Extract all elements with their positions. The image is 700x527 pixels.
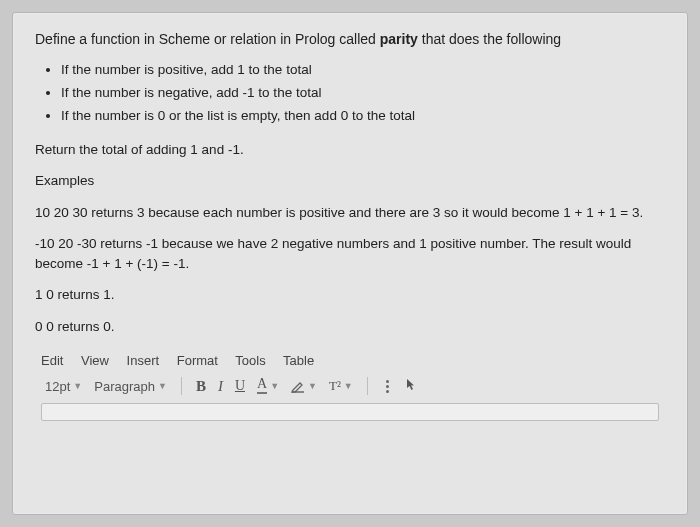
- editor-menubar: Edit View Insert Format Tools Table: [35, 349, 665, 374]
- cursor-button[interactable]: [401, 376, 421, 397]
- menu-tools[interactable]: Tools: [235, 353, 265, 368]
- chevron-down-icon: ▼: [158, 381, 167, 391]
- menu-view[interactable]: View: [81, 353, 109, 368]
- menu-table[interactable]: Table: [283, 353, 314, 368]
- rule-item: If the number is positive, add 1 to the …: [61, 61, 665, 80]
- highlight-button[interactable]: ▼: [287, 377, 321, 395]
- intro-bold: parity: [380, 31, 418, 47]
- intro-post: that does the following: [418, 31, 561, 47]
- font-size-label: 12pt: [45, 379, 70, 394]
- more-icon: [382, 380, 393, 393]
- example-1: 10 20 30 returns 3 because each number i…: [35, 203, 665, 223]
- block-format-select[interactable]: Paragraph ▼: [90, 377, 171, 396]
- examples-label: Examples: [35, 171, 665, 191]
- text-color-button[interactable]: A ▼: [253, 376, 283, 396]
- chevron-down-icon: ▼: [270, 381, 279, 391]
- cursor-icon: [405, 378, 417, 395]
- text-color-icon: A: [257, 378, 267, 394]
- underline-icon: U: [235, 378, 245, 394]
- editor-content-area[interactable]: [41, 403, 659, 421]
- italic-button[interactable]: I: [214, 376, 227, 397]
- menu-format[interactable]: Format: [177, 353, 218, 368]
- menu-edit[interactable]: Edit: [41, 353, 63, 368]
- rich-text-editor: Edit View Insert Format Tools Table 12pt…: [35, 349, 665, 421]
- italic-icon: I: [218, 378, 223, 395]
- question-intro: Define a function in Scheme or relation …: [35, 31, 665, 47]
- rule-item: If the number is negative, add -1 to the…: [61, 84, 665, 103]
- return-statement: Return the total of adding 1 and -1.: [35, 140, 665, 160]
- question-sheet: Define a function in Scheme or relation …: [12, 12, 688, 515]
- chevron-down-icon: ▼: [308, 381, 317, 391]
- toolbar-separator: [367, 377, 368, 395]
- example-2: -10 20 -30 returns -1 because we have 2 …: [35, 234, 665, 273]
- rule-item: If the number is 0 or the list is empty,…: [61, 107, 665, 126]
- font-size-select[interactable]: 12pt ▼: [41, 377, 86, 396]
- superscript-icon: T²: [329, 378, 341, 394]
- block-format-label: Paragraph: [94, 379, 155, 394]
- chevron-down-icon: ▼: [73, 381, 82, 391]
- intro-pre: Define a function in Scheme or relation …: [35, 31, 380, 47]
- more-button[interactable]: [378, 378, 397, 395]
- editor-toolbar: 12pt ▼ Paragraph ▼ B I U A ▼: [35, 374, 665, 403]
- chevron-down-icon: ▼: [344, 381, 353, 391]
- toolbar-separator: [181, 377, 182, 395]
- bold-button[interactable]: B: [192, 376, 210, 397]
- menu-insert[interactable]: Insert: [127, 353, 160, 368]
- highlight-icon: [291, 379, 305, 393]
- bold-icon: B: [196, 378, 206, 395]
- example-4: 0 0 returns 0.: [35, 317, 665, 337]
- superscript-button[interactable]: T² ▼: [325, 376, 357, 396]
- rules-list: If the number is positive, add 1 to the …: [35, 61, 665, 126]
- underline-button[interactable]: U: [231, 376, 249, 396]
- example-3: 1 0 returns 1.: [35, 285, 665, 305]
